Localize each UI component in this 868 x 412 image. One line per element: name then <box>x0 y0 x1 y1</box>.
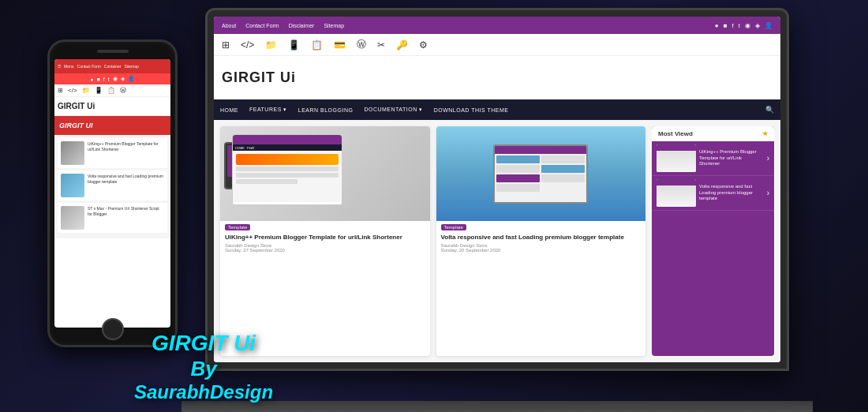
icon-widget-8[interactable]: ✂ <box>377 39 385 51</box>
nav-docs[interactable]: DOCUMENTATION ▾ <box>364 107 422 113</box>
icon-widget-5[interactable]: 📋 <box>311 39 323 51</box>
post-text-1: UiKing++ Premium Blogger Template for ur… <box>220 232 430 256</box>
topbar-link-contact[interactable]: Contact Form <box>245 23 279 28</box>
topbar-link-disclaimer[interactable]: Disclaimer <box>289 23 315 28</box>
phone: ☰ Menu Contact Form Container Sitemap ● … <box>47 39 185 355</box>
phone-post-title-3: ST x Max - Premium Url Shortener Script … <box>88 206 164 216</box>
sidebar-thumb-body-2 <box>657 185 696 207</box>
phone-website: ☰ Menu Contact Form Container Sitemap ● … <box>54 59 170 328</box>
sidebar-title-text: Most Viewd <box>658 130 693 137</box>
phone-icon-5[interactable]: 📋 <box>107 87 115 94</box>
img2-device-top <box>495 146 586 154</box>
post-title-1: UiKing++ Premium Blogger Template for ur… <box>225 234 425 242</box>
phone-nav-sitemap[interactable]: Sitemap <box>125 64 139 69</box>
social-icon-1[interactable]: ● <box>715 22 719 29</box>
post-title-2: Volta responsive and fast Loading premiu… <box>441 234 642 242</box>
phone-iconbar: ⊞ </> 📁 📱 📋 Ⓦ <box>54 84 170 97</box>
topbar-link-sitemap[interactable]: Sitemap <box>324 23 344 28</box>
laptop: About Contact Form Disclaimer Sitemap ● … <box>205 8 805 403</box>
social-icon-7[interactable]: 👤 <box>765 22 773 29</box>
phone-icon-4[interactable]: 📱 <box>95 87 103 94</box>
phone-home-button[interactable] <box>102 318 124 340</box>
sidebar-item-2[interactable]: Volta responsive and fast Loading premiu… <box>652 176 774 211</box>
phone-post-1[interactable]: UiKing++ Premium Blogger Template for ur… <box>58 138 167 168</box>
site-title: GIRGIT Ui <box>222 69 296 86</box>
phone-social-bar: ● ■ f t ◉ ◈ 👤 <box>54 73 170 84</box>
phone-nav-contact[interactable]: Contact Form <box>77 64 101 69</box>
sidebar-item-label-1: UiKing++ Premium Blogger Template for ur… <box>699 149 764 167</box>
phone-body: ☰ Menu Contact Form Container Sitemap ● … <box>47 39 178 347</box>
post-image-1: HOME FEAT <box>220 126 430 221</box>
mock-nav-text2: FEAT <box>247 146 255 150</box>
sidebar-item-1[interactable]: UiKing++ Premium Blogger Template for ur… <box>652 141 774 176</box>
phone-social-7[interactable]: 👤 <box>128 76 135 82</box>
phone-post-thumb-2 <box>61 174 84 197</box>
phone-social-3[interactable]: f <box>103 77 105 82</box>
sidebar-thumb-2 <box>657 179 696 207</box>
img2-row-1 <box>496 155 540 163</box>
phone-nav-container[interactable]: Container <box>104 64 122 69</box>
icon-widget-10[interactable]: ⚙ <box>419 39 428 51</box>
icon-widget-6[interactable]: 💳 <box>334 39 346 51</box>
img2-col-1 <box>496 155 540 204</box>
img2-row-7 <box>541 174 585 182</box>
nav-download[interactable]: DOWNLOAD THIS THEME <box>434 107 509 113</box>
social-icon-5[interactable]: ◉ <box>745 22 750 29</box>
nav-features[interactable]: FEATURES ▾ <box>249 107 287 113</box>
laptop-body: About Contact Form Disclaimer Sitemap ● … <box>205 8 789 371</box>
phone-icon-3[interactable]: 📁 <box>82 87 90 94</box>
nav-home[interactable]: HOME <box>220 107 238 113</box>
social-icon-3[interactable]: f <box>732 22 734 29</box>
icon-widget-7[interactable]: Ⓦ <box>357 38 366 51</box>
sidebar-thumb-header-2 <box>657 179 696 185</box>
icon-widget-4[interactable]: 📱 <box>288 39 300 51</box>
overlay-line3: SaurabhDesign <box>134 381 273 404</box>
social-icon-4[interactable]: t <box>739 22 740 29</box>
phone-icon-1[interactable]: ⊞ <box>58 87 63 94</box>
phone-icon-2[interactable]: </> <box>68 87 77 94</box>
phone-post-2[interactable]: Volta responsive and fast Loading premiu… <box>58 170 167 200</box>
post-card-2[interactable]: Template Volta responsive and fast Loadi… <box>436 126 646 356</box>
phone-social-4[interactable]: t <box>108 77 110 82</box>
social-icon-6[interactable]: ◈ <box>755 22 760 29</box>
img2-row-5 <box>541 155 585 163</box>
phone-icon-6[interactable]: Ⓦ <box>120 86 126 95</box>
phone-post-3[interactable]: ST x Max - Premium Url Shortener Script … <box>58 203 167 233</box>
phone-screen: ☰ Menu Contact Form Container Sitemap ● … <box>54 59 170 328</box>
img2-col-2 <box>541 155 585 204</box>
phone-nav-menu[interactable]: Menu <box>64 64 74 69</box>
topbar-link-about[interactable]: About <box>222 23 236 28</box>
site-topbar: About Contact Form Disclaimer Sitemap ● … <box>214 17 780 34</box>
img2-row-4 <box>496 184 540 192</box>
phone-hero-text: GIRGIT Ui <box>59 122 93 129</box>
search-icon[interactable]: 🔍 <box>765 106 774 114</box>
mock-nav-text: HOME <box>235 146 245 150</box>
phone-site-title: GIRGIT Ui <box>58 102 95 110</box>
phone-title: GIRGIT Ui <box>54 97 170 116</box>
site-content: HOME FEAT <box>214 120 780 362</box>
social-icon-2[interactable]: ■ <box>724 22 728 29</box>
phone-social-2[interactable]: ■ <box>97 77 100 82</box>
post-image-2 <box>436 126 646 221</box>
post-card-1[interactable]: HOME FEAT <box>220 126 430 356</box>
website: About Contact Form Disclaimer Sitemap ● … <box>214 17 780 362</box>
icon-widget-1[interactable]: ⊞ <box>222 39 230 51</box>
phone-topnav: ☰ Menu Contact Form Container Sitemap <box>54 59 170 73</box>
phone-post-thumb-1 <box>61 141 84 165</box>
post-tag-1: Template <box>225 224 250 230</box>
phone-social-6[interactable]: ◈ <box>121 76 125 82</box>
sidebar-thumb-header <box>657 144 696 151</box>
site-iconbar: ⊞ </> 📁 📱 📋 💳 Ⓦ ✂ 🔑 ⚙ <box>214 34 780 56</box>
nav-learn[interactable]: LEARN BLOGGING <box>298 107 354 113</box>
phone-social-5[interactable]: ◉ <box>113 76 118 82</box>
icon-widget-3[interactable]: 📁 <box>265 39 277 51</box>
icon-widget-2[interactable]: </> <box>241 39 254 51</box>
post-text-2: Volta responsive and fast Loading premiu… <box>436 232 646 256</box>
sidebar-arrow-2: › <box>767 189 769 197</box>
site-posts: HOME FEAT <box>220 126 645 356</box>
phone-post-title-1: UiKing++ Premium Blogger Template for ur… <box>88 141 164 152</box>
sidebar-thumb-body <box>657 151 696 172</box>
img2-mock <box>436 126 646 221</box>
icon-widget-9[interactable]: 🔑 <box>396 39 408 51</box>
phone-social-1[interactable]: ● <box>90 77 93 82</box>
